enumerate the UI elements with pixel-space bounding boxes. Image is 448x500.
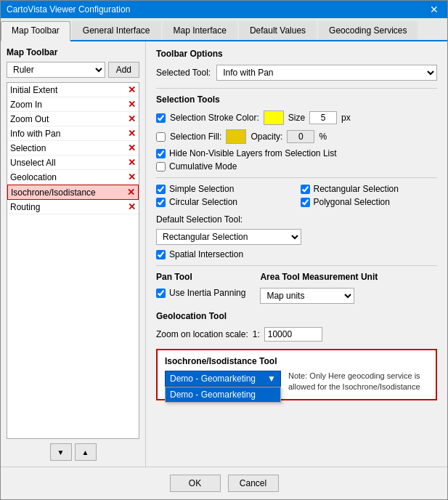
ok-button[interactable]: OK [170, 475, 221, 492]
main-content: Map Toolbar Ruler Add Initial Extent ✕ Z… [1, 41, 447, 467]
default-selection-tool-row: Default Selection Tool: [156, 214, 437, 225]
left-panel-title: Map Toolbar [7, 47, 139, 57]
polygonal-selection-label: Polygonal Selection [314, 197, 390, 207]
fill-color-row: Selection Fill: Opacity: % [156, 129, 437, 144]
simple-selection-row: Simple Selection [156, 184, 293, 194]
hide-non-visible-checkbox[interactable] [156, 149, 166, 158]
cumulative-mode-row: Cumulative Mode [156, 161, 437, 172]
isochrone-dropdown-menu: Demo - Geomarketing [165, 387, 281, 403]
list-item[interactable]: Zoom Out ✕ [7, 112, 139, 126]
hide-non-visible-row: Hide Non-Visible Layers from Selection L… [156, 148, 437, 158]
isochrone-title: Isochrone/Isodistance Tool [165, 356, 428, 366]
list-item[interactable]: Routing ✕ [7, 200, 139, 214]
area-tool-title: Area Tool Measurement Unit [260, 272, 378, 282]
pan-area-row: Pan Tool Use Inertia Panning Area Tool M… [156, 272, 437, 311]
stroke-color-label: Selection Stroke Color: [170, 113, 259, 123]
isochrone-row: Demo - Geomarketing ▼ Demo - Geomarketin… [165, 371, 428, 393]
tab-map-interface[interactable]: Map Interface [163, 21, 237, 40]
tab-bar: Map Toolbar General Interface Map Interf… [1, 18, 447, 41]
area-tool-select[interactable]: Map units [260, 288, 354, 304]
isochrone-dropdown-wrap: Demo - Geomarketing ▼ Demo - Geomarketin… [165, 371, 281, 387]
selection-tools-title: Selection Tools [156, 94, 437, 105]
move-up-button[interactable]: ▲ [75, 443, 97, 461]
spatial-intersection-checkbox[interactable] [156, 250, 166, 259]
list-item-selected[interactable]: Isochrone/Isodistance ✕ [7, 185, 139, 200]
zoom-scale-input[interactable] [264, 327, 322, 342]
opacity-input[interactable] [287, 130, 314, 143]
use-inertia-checkbox[interactable] [156, 289, 166, 298]
stroke-color-checkbox[interactable] [156, 113, 166, 123]
move-buttons: ▼ ▲ [7, 443, 139, 461]
right-panel: Toolbar Options Selected Tool: Info with… [146, 41, 447, 467]
right-col: Rectangular Selection Polygonal Selectio… [301, 184, 438, 210]
cancel-button[interactable]: Cancel [228, 475, 279, 492]
selection-checkboxes: Simple Selection Circular Selection Rect… [156, 184, 437, 210]
pan-section: Pan Tool Use Inertia Panning [156, 272, 245, 301]
tab-default-values[interactable]: Default Values [239, 21, 317, 40]
circular-selection-label: Circular Selection [169, 197, 237, 207]
toolbar-dropdown[interactable]: Ruler [7, 62, 105, 78]
opacity-pct-label: % [319, 132, 327, 142]
zoom-location-label: Zoom on location scale: [156, 329, 248, 339]
left-col: Simple Selection Circular Selection [156, 184, 293, 210]
tab-map-toolbar[interactable]: Map Toolbar [1, 21, 70, 41]
isochrone-box: Isochrone/Isodistance Tool Demo - Geomar… [156, 349, 437, 400]
fill-color-swatch[interactable] [226, 129, 246, 144]
toolbar-list: Initial Extent ✕ Zoom In ✕ Zoom Out ✕ In… [7, 82, 139, 439]
isochrone-selected-button[interactable]: Demo - Geomarketing ▼ [165, 371, 281, 387]
pan-tool-title: Pan Tool [156, 272, 245, 282]
tab-geocoding-services[interactable]: Geocoding Services [318, 21, 418, 40]
isochrone-selected-text: Demo - Geomarketing [170, 374, 256, 384]
toolbar-add-row: Ruler Add [7, 62, 139, 78]
selected-tool-row: Selected Tool: Info with Pan [156, 65, 437, 81]
px-label: px [341, 113, 351, 123]
cumulative-mode-label: Cumulative Mode [169, 161, 237, 172]
list-item[interactable]: Unselect All ✕ [7, 156, 139, 170]
selected-tool-label: Selected Tool: [156, 68, 211, 78]
polygonal-selection-row: Polygonal Selection [301, 197, 438, 207]
spatial-intersection-label: Spatial Intersection [169, 249, 243, 259]
bottom-bar: OK Cancel [1, 467, 447, 499]
geolocation-title: Geolocation Tool [156, 311, 437, 321]
list-item[interactable]: Initial Extent ✕ [7, 83, 139, 97]
isochrone-option[interactable]: Demo - Geomarketing [166, 387, 280, 402]
close-button[interactable]: ✕ [427, 4, 441, 15]
hide-non-visible-label: Hide Non-Visible Layers from Selection L… [169, 148, 337, 158]
list-item[interactable]: Geolocation ✕ [7, 170, 139, 185]
rectangular-selection-label: Rectangular Selection [314, 184, 399, 194]
list-item[interactable]: Selection ✕ [7, 141, 139, 156]
cumulative-mode-checkbox[interactable] [156, 162, 166, 172]
list-item[interactable]: Zoom In ✕ [7, 97, 139, 112]
isochrone-note: Note: Only Here geocoding service is all… [288, 371, 428, 393]
polygonal-selection-checkbox[interactable] [301, 198, 310, 207]
use-inertia-label: Use Inertia Panning [169, 288, 245, 298]
fill-color-label: Selection Fill: [170, 132, 221, 142]
selected-tool-select[interactable]: Info with Pan [216, 65, 437, 81]
rectangular-selection-checkbox[interactable] [301, 185, 310, 194]
circular-selection-row: Circular Selection [156, 197, 293, 207]
simple-selection-label: Simple Selection [169, 184, 234, 194]
dialog-title: CartoVista Viewer Configuration [7, 4, 130, 15]
stroke-color-swatch[interactable] [264, 110, 284, 125]
default-selection-label: Default Selection Tool: [156, 214, 243, 225]
zoom-row: Zoom on location scale: 1: [156, 327, 437, 342]
simple-selection-checkbox[interactable] [156, 185, 166, 194]
left-panel: Map Toolbar Ruler Add Initial Extent ✕ Z… [1, 41, 146, 467]
size-input[interactable] [309, 111, 337, 124]
add-button[interactable]: Add [108, 62, 139, 78]
title-bar: CartoVista Viewer Configuration ✕ [1, 1, 447, 18]
default-selection-select[interactable]: Rectangular Selection [156, 229, 301, 245]
tab-general-interface[interactable]: General Interface [72, 21, 161, 40]
list-item[interactable]: Info with Pan ✕ [7, 126, 139, 141]
spatial-intersection-row: Spatial Intersection [156, 249, 437, 259]
geolocation-section: Geolocation Tool Zoom on location scale:… [156, 311, 437, 342]
use-inertia-row: Use Inertia Panning [156, 288, 245, 298]
zoom-scale-prefix: 1: [253, 329, 260, 339]
area-tool-section: Area Tool Measurement Unit Map units [260, 272, 378, 304]
toolbar-options-title: Toolbar Options [156, 49, 437, 59]
size-label: Size [288, 113, 305, 123]
rectangular-selection-row: Rectangular Selection [301, 184, 438, 194]
move-down-button[interactable]: ▼ [50, 443, 72, 461]
fill-color-checkbox[interactable] [156, 132, 166, 142]
circular-selection-checkbox[interactable] [156, 198, 166, 207]
